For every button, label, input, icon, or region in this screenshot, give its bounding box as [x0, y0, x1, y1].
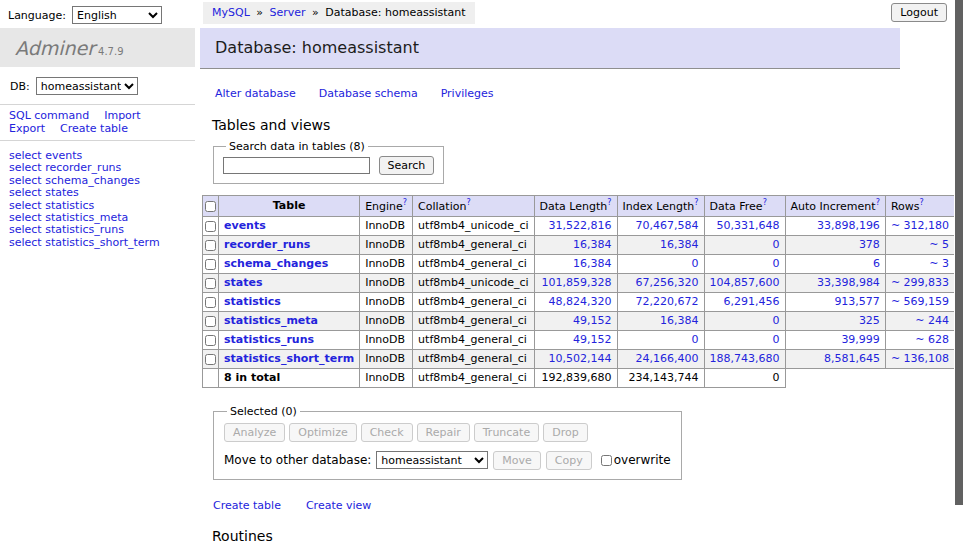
auto_increment-link[interactable]: 8,581,645 [824, 352, 880, 365]
data_free-link[interactable]: 50,331,648 [717, 219, 780, 232]
row-checkbox[interactable] [205, 278, 216, 289]
data_length-link[interactable]: 101,859,328 [542, 276, 612, 289]
data_free-link[interactable]: 104,857,600 [710, 276, 780, 289]
index_length-link[interactable]: 0 [692, 257, 699, 270]
version-label: 4.7.9 [98, 46, 123, 57]
cell-data_length: 49,152 [534, 330, 617, 349]
row-checkbox[interactable] [205, 240, 216, 251]
search-button[interactable]: Search [379, 156, 435, 175]
search-input[interactable] [223, 157, 370, 174]
table-link-recorder-runs[interactable]: recorder_runs [224, 238, 310, 251]
column-header-data-length: Data Length? [534, 196, 617, 217]
index_length-link[interactable]: 67,256,320 [636, 276, 699, 289]
check-button[interactable]: Check [361, 423, 413, 442]
data_free-link[interactable]: 188,743,680 [710, 352, 780, 365]
column-help-link[interactable]: ? [919, 198, 923, 207]
row-checkbox[interactable] [205, 259, 216, 270]
rows_count-link[interactable]: ~ 299,833 [891, 276, 949, 289]
data_length-link[interactable]: 16,384 [573, 257, 612, 270]
rows_count-link[interactable]: ~ 136,108 [891, 352, 949, 365]
move-button[interactable]: Move [493, 451, 541, 470]
select-all-checkbox[interactable] [205, 201, 216, 212]
auto_increment-link[interactable]: 39,999 [841, 333, 880, 346]
link-select-statistics-runs[interactable]: select statistics_runs [9, 224, 195, 236]
link-select-recorder-runs[interactable]: select recorder_runs [9, 162, 195, 174]
link-privileges[interactable]: Privileges [441, 87, 494, 100]
auto_increment-link[interactable]: 913,577 [834, 295, 880, 308]
auto_increment-link[interactable]: 33,398,984 [817, 276, 880, 289]
index_length-link[interactable]: 70,467,584 [636, 219, 699, 232]
search-fieldset: Search data in tables (8) Search [213, 140, 444, 184]
table-link-events[interactable]: events [224, 219, 266, 232]
table-link-states[interactable]: states [224, 276, 263, 289]
data_length-link[interactable]: 16,384 [573, 238, 612, 251]
repair-button[interactable]: Repair [417, 423, 470, 442]
copy-button[interactable]: Copy [546, 451, 592, 470]
index_length-link[interactable]: 24,166,400 [636, 352, 699, 365]
table-link-statistics[interactable]: statistics [224, 295, 281, 308]
optimize-button[interactable]: Optimize [289, 423, 356, 442]
table-link-statistics-meta[interactable]: statistics_meta [224, 314, 318, 327]
drop-button[interactable]: Drop [543, 423, 587, 442]
truncate-button[interactable]: Truncate [474, 423, 539, 442]
auto_increment-link[interactable]: 325 [859, 314, 880, 327]
cell-index_length: 70,467,584 [617, 216, 704, 235]
rows_count-link[interactable]: ~ 5 [929, 238, 949, 251]
analyze-button[interactable]: Analyze [224, 423, 285, 442]
row-checkbox[interactable] [205, 335, 216, 346]
rows_count-link[interactable]: ~ 244 [915, 314, 949, 327]
auto_increment-link[interactable]: 33,898,196 [817, 219, 880, 232]
move-db-select[interactable]: homeassistant [376, 451, 488, 469]
row-checkbox[interactable] [205, 297, 216, 308]
data_free-link[interactable]: 0 [773, 257, 780, 270]
column-help-link[interactable]: ? [694, 198, 698, 207]
cell-collation: utf8mb4_general_ci [413, 311, 534, 330]
link-sql-command[interactable]: SQL command [9, 109, 89, 122]
table-link-statistics-short-term[interactable]: statistics_short_term [224, 352, 354, 365]
overwrite-checkbox[interactable] [601, 455, 612, 466]
data_free-link[interactable]: 0 [773, 333, 780, 346]
column-help-link[interactable]: ? [876, 198, 880, 207]
rows_count-link[interactable]: ~ 569,159 [891, 295, 949, 308]
column-help-link[interactable]: ? [607, 198, 611, 207]
link-import[interactable]: Import [104, 109, 141, 122]
link-create-table[interactable]: Create table [213, 499, 281, 512]
link-database-schema[interactable]: Database schema [319, 87, 418, 100]
data_length-link[interactable]: 49,152 [573, 314, 612, 327]
data_length-link[interactable]: 10,502,144 [549, 352, 612, 365]
db-select[interactable]: homeassistant [36, 77, 138, 95]
rows_count-link[interactable]: ~ 628 [915, 333, 949, 346]
row-checkbox[interactable] [205, 221, 216, 232]
data_length-link[interactable]: 49,152 [573, 333, 612, 346]
rows_count-link[interactable]: ~ 312,180 [891, 219, 949, 232]
column-help-link[interactable]: ? [403, 198, 407, 207]
cell-collation: utf8mb4_unicode_ci [413, 273, 534, 292]
auto_increment-link[interactable]: 378 [859, 238, 880, 251]
link-alter-database[interactable]: Alter database [215, 87, 296, 100]
column-help-link[interactable]: ? [466, 198, 470, 207]
row-checkbox[interactable] [205, 316, 216, 327]
data_free-link[interactable]: 0 [773, 238, 780, 251]
cell-engine: InnoDB [360, 311, 413, 330]
link-export[interactable]: Export [9, 122, 45, 135]
data_free-link[interactable]: 0 [773, 314, 780, 327]
link-create-table[interactable]: Create table [60, 122, 128, 135]
auto_increment-link[interactable]: 6 [873, 257, 880, 270]
link-select-states[interactable]: select states [9, 187, 195, 199]
link-select-statistics-short-term[interactable]: select statistics_short_term [9, 237, 195, 249]
column-help-link[interactable]: ? [763, 198, 767, 207]
index_length-link[interactable]: 16,384 [660, 314, 699, 327]
data_length-link[interactable]: 48,824,320 [549, 295, 612, 308]
link-create-view[interactable]: Create view [306, 499, 371, 512]
row-checkbox[interactable] [205, 354, 216, 365]
rows_count-link[interactable]: ~ 3 [929, 257, 949, 270]
scrollbar-thumb[interactable] [955, 0, 963, 505]
data_free-link[interactable]: 6,291,456 [724, 295, 780, 308]
cell-auto_increment: 6 [785, 254, 885, 273]
index_length-link[interactable]: 0 [692, 333, 699, 346]
index_length-link[interactable]: 16,384 [660, 238, 699, 251]
index_length-link[interactable]: 72,220,672 [636, 295, 699, 308]
table-link-statistics-runs[interactable]: statistics_runs [224, 333, 314, 346]
table-link-schema-changes[interactable]: schema_changes [224, 257, 328, 270]
data_length-link[interactable]: 31,522,816 [549, 219, 612, 232]
